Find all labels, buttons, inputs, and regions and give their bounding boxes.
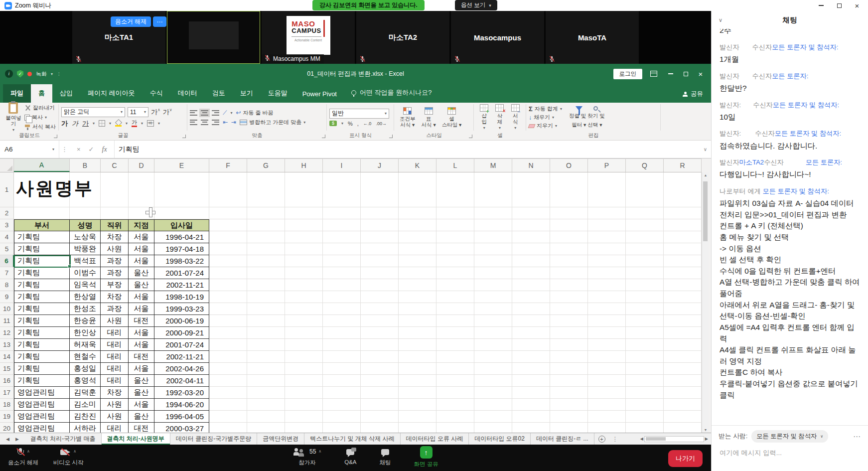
row-header-12[interactable]: 12	[0, 327, 14, 339]
sheet-tab-데이터타입 오류02[interactable]: 데이터타입 오류02	[469, 433, 531, 445]
unmute-button[interactable]: 음소거 해제	[111, 16, 151, 27]
row-header-9[interactable]: 9	[0, 291, 14, 303]
cell-M6[interactable]	[474, 255, 512, 267]
video-tile-3[interactable]: MASOCAMPUSActionable ContentMasocampus M…	[262, 11, 355, 64]
cell-D4[interactable]: 서울	[129, 231, 154, 243]
cell-R8[interactable]	[664, 279, 702, 291]
cell-J8[interactable]	[361, 279, 399, 291]
scroll-down-icon[interactable]: ▼	[702, 428, 709, 432]
cell-P4[interactable]	[588, 231, 626, 243]
cell-G4[interactable]	[247, 231, 285, 243]
increase-indent-icon[interactable]: ⇥	[231, 119, 236, 126]
cell-O17[interactable]	[550, 387, 588, 399]
shield-check-icon[interactable]: ✓	[17, 70, 23, 78]
ribbon-tab-Power Pivot[interactable]: Power Pivot	[295, 86, 344, 103]
video-tile-4[interactable]: 마소TA2	[356, 11, 449, 64]
cell-G13[interactable]	[247, 339, 285, 351]
cell-H7[interactable]	[285, 267, 323, 279]
cell-J11[interactable]	[361, 315, 399, 327]
cell-C8[interactable]: 부장	[101, 279, 129, 291]
cell-P19[interactable]	[588, 411, 626, 423]
cell-J10[interactable]	[361, 303, 399, 315]
cell-P3[interactable]	[588, 219, 626, 231]
cell-Q10[interactable]	[626, 303, 664, 315]
cell-G18[interactable]	[247, 399, 285, 411]
cell-G8[interactable]	[247, 279, 285, 291]
cell-A5[interactable]: 기획팀	[14, 243, 70, 255]
cell-K8[interactable]	[399, 279, 436, 291]
cell-R6[interactable]	[664, 255, 702, 267]
cell-I8[interactable]	[323, 279, 361, 291]
cell-N1[interactable]	[512, 172, 550, 207]
cell-K16[interactable]	[399, 375, 436, 387]
cell-E3[interactable]: 입사일	[154, 219, 209, 231]
cell-E18[interactable]: 1994-06-20	[154, 399, 209, 411]
cell-C19[interactable]: 사원	[101, 411, 129, 423]
cell-R19[interactable]	[664, 411, 702, 423]
cell-N11[interactable]	[512, 315, 550, 327]
cell-E13[interactable]: 2001-07-24	[154, 339, 209, 351]
cell-E5[interactable]: 1997-04-18	[154, 243, 209, 255]
cell-A14[interactable]: 기획팀	[14, 351, 70, 363]
sort-filter-label[interactable]: 정렬 및 찾기 및	[569, 113, 605, 120]
video-tile-5[interactable]: Masocampus	[451, 11, 544, 64]
cell-L8[interactable]	[436, 279, 474, 291]
cell-F12[interactable]	[209, 327, 247, 339]
cell-O16[interactable]	[550, 375, 588, 387]
cell-E16[interactable]: 2002-04-11	[154, 375, 209, 387]
row-header-15[interactable]: 15	[0, 363, 14, 375]
cell-L13[interactable]	[436, 339, 474, 351]
cell-L9[interactable]	[436, 291, 474, 303]
row-header-10[interactable]: 10	[0, 303, 14, 315]
cell-E19[interactable]: 1996-04-05	[154, 411, 209, 423]
cell-K12[interactable]	[399, 327, 436, 339]
cell-B8[interactable]: 임옥석	[70, 279, 101, 291]
cell-G10[interactable]	[247, 303, 285, 315]
cell-C13[interactable]: 대리	[101, 339, 129, 351]
cell-N5[interactable]	[512, 243, 550, 255]
cell-Q9[interactable]	[626, 291, 664, 303]
cell-G7[interactable]	[247, 267, 285, 279]
cell-N4[interactable]	[512, 231, 550, 243]
unmute-control[interactable]: ∧ 음소거 해제	[8, 448, 38, 467]
cell-F20[interactable]	[209, 423, 247, 433]
cell-E20[interactable]: 2000-03-27	[154, 423, 209, 433]
cell-N19[interactable]	[512, 411, 550, 423]
expand-formula-bar-icon[interactable]: ∨	[700, 141, 711, 158]
cell-Q19[interactable]	[626, 411, 664, 423]
minimize-button[interactable]	[812, 0, 830, 11]
cell-A9[interactable]: 기획팀	[14, 291, 70, 303]
dialog-launcher-icon[interactable]	[469, 135, 472, 138]
cell-G9[interactable]	[247, 291, 285, 303]
cell-N7[interactable]	[512, 267, 550, 279]
shrink-font-button[interactable]: 가∨	[163, 108, 172, 117]
align-right-icon[interactable]	[212, 120, 219, 125]
ribbon-tab-도움말[interactable]: 도움말	[261, 84, 295, 103]
cell-C14[interactable]: 대리	[101, 351, 129, 363]
cell-P2[interactable]	[588, 207, 626, 219]
cell-B4[interactable]: 노상욱	[70, 231, 101, 243]
view-options-button[interactable]: 옵션 보기 ▾	[455, 0, 497, 10]
cell-J12[interactable]	[361, 327, 399, 339]
excel-minimize-button[interactable]	[663, 67, 678, 80]
cell-styles-button[interactable]: 셀 스타일 ▾	[439, 107, 465, 128]
cell-I3[interactable]	[323, 219, 361, 231]
cell-Q3[interactable]	[626, 219, 664, 231]
cell-I18[interactable]	[323, 399, 361, 411]
formula-input[interactable]: 기획팀	[115, 141, 700, 158]
cell-B18[interactable]: 김소미	[70, 399, 101, 411]
cell-N6[interactable]	[512, 255, 550, 267]
cell-M10[interactable]	[474, 303, 512, 315]
cell-L4[interactable]	[436, 231, 474, 243]
column-header-G[interactable]: G	[247, 159, 285, 172]
cell-P18[interactable]	[588, 399, 626, 411]
cell-I20[interactable]	[323, 423, 361, 433]
cell-O13[interactable]	[550, 339, 588, 351]
cell-B10[interactable]: 한성조	[70, 303, 101, 315]
cell-L14[interactable]	[436, 351, 474, 363]
select-all-corner[interactable]	[0, 159, 14, 172]
cell-R11[interactable]	[664, 315, 702, 327]
column-header-J[interactable]: J	[361, 159, 399, 172]
vertical-scroll-thumb[interactable]	[703, 181, 708, 241]
cell-R4[interactable]	[664, 231, 702, 243]
